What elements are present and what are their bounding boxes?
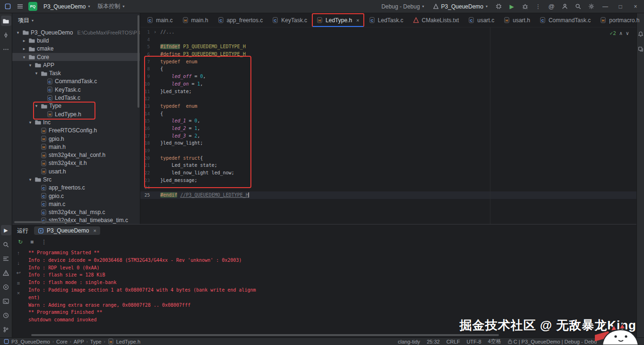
close-button[interactable]: × <box>629 3 642 10</box>
run-tab[interactable]: P3_QueueDemo × <box>34 226 100 235</box>
code-line-11[interactable]: 11}Led_state; <box>140 88 636 95</box>
chevron-down-icon[interactable]: ▾ <box>15 30 21 35</box>
tree-item-app[interactable]: ▾APP <box>12 61 140 69</box>
user-account-icon[interactable] <box>559 1 570 12</box>
tree-item-cmake[interactable]: ▸cmake <box>12 45 140 53</box>
status-item-clang-tidy[interactable]: clang-tidy <box>398 339 420 345</box>
debug-config-selector[interactable]: Debug - Debug▾ <box>378 2 427 11</box>
more-actions-icon[interactable]: ⋮ <box>532 1 544 12</box>
tab-commandtask-c[interactable]: CCommandTask.c <box>535 13 595 27</box>
ai-assistant-icon[interactable]: @ <box>546 1 557 12</box>
code-line-23[interactable]: 23}Led_message; <box>140 177 636 184</box>
status-item-25-32[interactable]: 25:32 <box>427 339 440 345</box>
chevron-down-icon[interactable]: ▾ <box>34 71 39 76</box>
code-line-10[interactable]: 10 led_on = 1, <box>140 80 636 88</box>
activity-search-icon[interactable] <box>1 239 11 250</box>
next-problem-icon[interactable]: ∨ <box>626 30 629 36</box>
project-tree-horizontal-scrollbar[interactable] <box>14 221 72 223</box>
chevron-down-icon[interactable]: ▾ <box>34 104 39 108</box>
tab-usart-h[interactable]: Husart.h <box>499 13 535 27</box>
code-line-17[interactable]: 17 led_3 = 2, <box>140 132 636 140</box>
clear-icon[interactable]: × <box>17 290 20 296</box>
tree-item-stm32g4xx-hal-msp-c[interactable]: Cstm32g4xx_hal_msp.c <box>12 208 140 216</box>
activity-terminal-icon[interactable] <box>1 296 11 306</box>
tab-cmakelists-txt[interactable]: CMakeLists.txt <box>408 13 464 27</box>
tree-item-gpio-c[interactable]: Cgpio.c <box>12 192 140 200</box>
tree-item-p3-queuedemo[interactable]: ▾P3_QueueDemoE:\CubeMax\FreeRTOS\P3 <box>12 28 140 36</box>
code-line-5[interactable]: 5#ifndef P3_QUEUEDEMO_LEDTYPE_H <box>140 43 636 51</box>
chevron-right-icon[interactable]: ▸ <box>21 38 27 43</box>
status-item-4[interactable]: 4空格 <box>488 338 501 345</box>
code-line-8[interactable]: 8{ <box>140 65 636 73</box>
maximize-button[interactable]: □ <box>614 3 627 10</box>
app-window-icon[interactable] <box>2 1 13 12</box>
code-line-14[interactable]: 14{ <box>140 110 636 118</box>
tree-item-stm32g4xx-it-h[interactable]: Hstm32g4xx_it.h <box>12 159 140 167</box>
target-chip-icon[interactable] <box>493 1 504 12</box>
code-line-20[interactable]: 20typedef struct{ <box>140 155 636 162</box>
settings-gear-icon[interactable] <box>585 1 597 12</box>
code-line-18[interactable]: 18}led_now_light; <box>140 139 636 147</box>
tree-item-ledtype-h[interactable]: HLedType.h <box>12 110 140 118</box>
notifications-icon[interactable] <box>638 31 644 37</box>
close-tab-icon[interactable]: × <box>93 228 96 233</box>
soft-wrap-icon[interactable]: ↩ <box>16 270 20 276</box>
code-line-7[interactable]: 7typedef enum <box>140 58 636 66</box>
project-tree-vertical-scrollbar[interactable] <box>137 15 139 108</box>
tree-item-task[interactable]: ▾Task <box>12 69 140 77</box>
tab-ledtype-h[interactable]: HLedType.h× <box>312 13 364 27</box>
rerun-icon[interactable]: ↻ <box>18 239 23 245</box>
code-line-4[interactable]: 4 <box>140 36 636 43</box>
tree-item-freertosconfig-h[interactable]: HFreeRTOSConfig.h <box>12 127 140 135</box>
code-line-13[interactable]: 13typedef enum <box>140 103 636 110</box>
breadcrumb-item-ledtype-h[interactable]: LedType.h <box>116 339 140 345</box>
tree-item-usart-h[interactable]: Husart.h <box>12 167 140 175</box>
tab-app-freertos-c[interactable]: Capp_freertos.c <box>213 13 268 27</box>
status-item-c-p3-queuedemo-debug-debu[interactable]: C | P3_QueueDemo | Debug - Debu <box>508 339 597 345</box>
chevron-down-icon[interactable]: ▾ <box>27 120 33 125</box>
activity-commit-icon[interactable] <box>1 30 11 40</box>
tree-item-main-h[interactable]: Hmain.h <box>12 143 140 151</box>
vcs-menu-button[interactable]: 版本控制▾ <box>94 1 128 12</box>
project-panel-header[interactable]: 项目 ▾ <box>12 13 140 27</box>
main-menu-icon[interactable] <box>14 1 26 12</box>
debug-button[interactable] <box>519 1 531 12</box>
prev-problem-icon[interactable]: ∧ <box>619 30 623 36</box>
run-button[interactable]: ▶ <box>506 1 517 12</box>
console-horizontal-scrollbar[interactable] <box>31 334 499 336</box>
code-line-19[interactable]: 19 <box>140 147 636 155</box>
tab-portmacro-h[interactable]: Hportmacro.h <box>595 13 644 27</box>
project-menu-button[interactable]: P3_QueueDemo▾ <box>40 2 93 11</box>
tree-item-gpio-h[interactable]: Hgpio.h <box>12 135 140 143</box>
breadcrumb-item-app[interactable]: APP <box>74 339 84 345</box>
chevron-down-icon[interactable]: ▾ <box>27 63 33 68</box>
close-tab-icon[interactable]: × <box>356 17 359 23</box>
code-line-1[interactable]: 1›//... <box>140 28 636 36</box>
activity-project-icon[interactable] <box>1 16 11 26</box>
code-line-16[interactable]: 16 led_2 = 1, <box>140 125 636 132</box>
tab-keytask-c[interactable]: CKeyTask.c <box>267 13 312 27</box>
status-item-utf-8[interactable]: UTF-8 <box>466 339 481 345</box>
tab-usart-c[interactable]: Cusart.c <box>464 13 499 27</box>
tree-item-app-freertos-c[interactable]: Capp_freertos.c <box>12 184 140 192</box>
code-line-21[interactable]: 21 Led_state state; <box>140 162 636 169</box>
scroll-to-bottom-icon[interactable]: ↓ <box>17 260 20 266</box>
tree-item-src[interactable]: ▾Src <box>12 175 140 183</box>
code-line-12[interactable]: 12 <box>140 95 636 103</box>
code-line-24[interactable]: 24 <box>140 184 636 191</box>
tab-main-c[interactable]: Cmain.c <box>142 13 177 27</box>
breadcrumb-item-core[interactable]: Core <box>56 339 68 345</box>
breadcrumb-item-type[interactable]: Type <box>90 339 102 345</box>
code-line-9[interactable]: 9 led_off = 0, <box>140 73 636 80</box>
code-line-6[interactable]: 6#define P3_QUEUEDEMO_LEDTYPE_H <box>140 51 636 58</box>
scroll-to-top-icon[interactable]: ↑ <box>17 250 20 256</box>
activity-problems-icon[interactable] <box>1 267 11 278</box>
chevron-right-icon[interactable]: ▸ <box>21 46 27 51</box>
tree-item-keytask-c[interactable]: CKeyTask.c <box>12 86 140 94</box>
chevron-down-icon[interactable]: ▾ <box>27 177 33 182</box>
tree-item-core[interactable]: ▾Core <box>12 53 140 61</box>
editor-code-area[interactable]: 1›//...45#ifndef P3_QUEUEDEMO_LEDTYPE_H6… <box>140 27 636 224</box>
scroll-to-end-icon[interactable]: ≡ <box>17 280 20 286</box>
stop-icon[interactable]: ■ <box>30 239 34 245</box>
status-item-crlf[interactable]: CRLF <box>447 339 460 345</box>
